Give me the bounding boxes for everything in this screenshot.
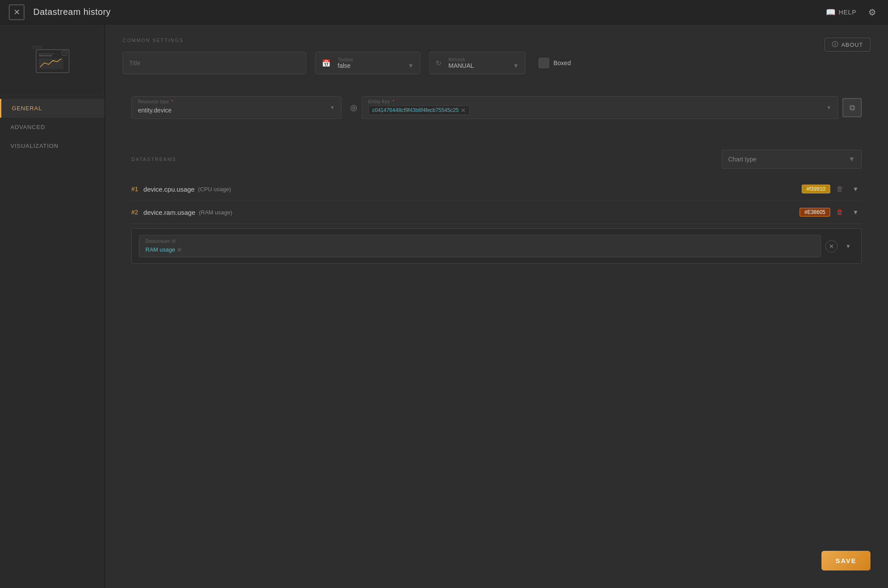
- entity-key-group: ◎ Entity Key * c041476448cf9f43b6f4fecb7…: [350, 96, 862, 119]
- resource-row: Resource type * entity.device ▼ ◎ Entity…: [123, 88, 870, 128]
- help-label: HELP: [839, 9, 856, 16]
- svg-text:⏱: ⏱: [63, 52, 66, 55]
- datastream-tag-close[interactable]: ✕: [177, 246, 182, 253]
- close-icon: ✕: [14, 7, 20, 17]
- color-badge-1[interactable]: #f39910: [802, 185, 830, 193]
- datastream-tag: RAM usage ✕: [145, 246, 182, 253]
- common-settings-label: COMMON SETTINGS: [123, 38, 870, 43]
- datastream-alias-1: (CPU usage): [198, 186, 231, 192]
- toolbar-field[interactable]: 📅 Toolbar false ▼: [315, 52, 420, 74]
- gear-icon: ⚙: [868, 7, 876, 18]
- svg-rect-4: [39, 55, 52, 56]
- resource-type-label: Resource type *: [138, 99, 173, 104]
- clear-icon: ✕: [829, 243, 834, 250]
- datastream-id-field[interactable]: Datastream Id RAM usage ✕: [139, 235, 821, 257]
- save-button[interactable]: SAVE: [821, 551, 870, 570]
- header-right: 📖 HELP ⚙: [826, 5, 879, 19]
- refresh-field[interactable]: ↻ Refresh MANUAL ▼: [429, 52, 525, 74]
- datastream-actions-1: #f39910 🗑 ▼: [802, 183, 862, 195]
- subform-clear-button[interactable]: ✕: [825, 240, 838, 252]
- toolbar-label: Toolbar: [338, 57, 414, 62]
- refresh-label: Refresh: [448, 57, 519, 62]
- preview-svg: ⏱: [33, 44, 72, 75]
- datastream-alias-2: (RAM usage): [199, 209, 233, 216]
- datastreams-label: DATASTREAMS: [131, 157, 176, 162]
- delete-button-2[interactable]: 🗑: [834, 206, 846, 218]
- refresh-arrow: ▼: [513, 62, 519, 69]
- about-button[interactable]: ⓘ ABOUT: [825, 38, 870, 52]
- entity-tag-close[interactable]: ✕: [461, 107, 466, 114]
- sidebar-item-visualization[interactable]: VISUALIZATION: [0, 136, 105, 155]
- main-layout: ⏱ GENERAL ADVANCED VISUALIZATION ⓘ ABOUT…: [0, 24, 888, 588]
- boxed-label: Boxed: [553, 60, 571, 66]
- sidebar-item-advanced[interactable]: ADVANCED: [0, 118, 105, 136]
- close-button[interactable]: ✕: [9, 4, 25, 20]
- header: ✕ Datastream history 📖 HELP ⚙: [0, 0, 888, 24]
- required-indicator: *: [392, 99, 394, 104]
- expand-button-1[interactable]: ▼: [849, 183, 862, 195]
- boxed-field: Boxed: [539, 58, 571, 68]
- chevron-down-icon: ▼: [853, 209, 859, 216]
- datastreams-header: DATASTREAMS Chart type ▼: [131, 150, 862, 169]
- resource-arrow: ▼: [330, 105, 335, 111]
- datastream-actions-2: #E38605 🗑 ▼: [800, 206, 862, 218]
- chevron-down-icon: ▼: [853, 186, 859, 192]
- info-icon: ⓘ: [832, 41, 839, 49]
- datastreams-section: DATASTREAMS Chart type ▼ #1 device.cpu.u…: [123, 141, 870, 273]
- sidebar-item-label: GENERAL: [12, 105, 42, 112]
- entity-key-label: Entity Key *: [368, 99, 395, 104]
- datastream-name-2: device.ram.usage: [144, 209, 195, 216]
- toolbar-value: false: [338, 62, 351, 69]
- datastream-index-1: #1: [131, 186, 138, 192]
- toolbar-icon: 📅: [322, 59, 331, 67]
- delete-button-1[interactable]: 🗑: [834, 183, 846, 195]
- datastream-id-label: Datastream Id: [145, 239, 814, 244]
- datastream-index-2: #2: [131, 209, 138, 216]
- chart-type-label: Chart type: [728, 156, 757, 163]
- entity-arrow: ▼: [826, 105, 832, 111]
- trash-icon: 🗑: [836, 185, 843, 193]
- datastream-row: #2 device.ram.usage (RAM usage) #E38605 …: [131, 201, 862, 224]
- refresh-icon: ↻: [436, 59, 441, 67]
- help-button[interactable]: 📖 HELP: [826, 7, 856, 17]
- color-badge-2[interactable]: #E38605: [800, 208, 830, 217]
- entity-tag: c041476448cf9f43b6f4fecb75545c25 ✕: [368, 105, 470, 115]
- entity-tag-value: c041476448cf9f43b6f4fecb75545c25: [372, 107, 459, 113]
- help-icon: 📖: [826, 7, 836, 17]
- datastream-row: #1 device.cpu.usage (CPU usage) #f39910 …: [131, 178, 862, 201]
- resource-type-field[interactable]: Resource type * entity.device ▼: [131, 96, 342, 119]
- trash-icon: 🗑: [836, 208, 843, 216]
- chart-type-select[interactable]: Chart type ▼: [722, 150, 862, 169]
- copy-button[interactable]: ⧉: [842, 98, 862, 117]
- required-indicator: *: [171, 99, 173, 104]
- copy-icon: ⧉: [849, 103, 855, 112]
- widget-preview: ⏱: [0, 24, 105, 94]
- page-title: Datastream history: [33, 7, 111, 17]
- title-field[interactable]: [123, 52, 307, 74]
- common-settings-row: 📅 Toolbar false ▼ ↻ Refresh MANUAL ▼: [123, 52, 870, 74]
- expand-button-2[interactable]: ▼: [849, 206, 862, 218]
- settings-icon[interactable]: ⚙: [865, 5, 879, 19]
- sidebar: ⏱ GENERAL ADVANCED VISUALIZATION: [0, 24, 105, 588]
- sidebar-item-label: VISUALIZATION: [11, 143, 59, 149]
- sidebar-item-label: ADVANCED: [11, 124, 45, 130]
- chevron-down-icon: ▼: [846, 243, 851, 249]
- subform-dropdown-arrow[interactable]: ▼: [842, 240, 854, 252]
- save-label: SAVE: [835, 557, 856, 564]
- datastream-subform: Datastream Id RAM usage ✕ ✕ ▼: [131, 228, 862, 264]
- datastream-tag-value: RAM usage: [145, 246, 175, 253]
- sidebar-nav: GENERAL ADVANCED VISUALIZATION: [0, 94, 105, 160]
- target-icon: ◎: [350, 103, 357, 112]
- title-input[interactable]: [129, 60, 300, 66]
- content-area: ⓘ ABOUT COMMON SETTINGS 📅 Toolbar false …: [105, 24, 888, 588]
- datastream-name-1: device.cpu.usage: [144, 186, 195, 193]
- chart-type-arrow: ▼: [848, 155, 855, 163]
- sidebar-item-general[interactable]: GENERAL: [0, 99, 105, 118]
- boxed-checkbox[interactable]: [539, 58, 549, 68]
- about-label: ABOUT: [841, 42, 863, 48]
- refresh-value: MANUAL: [448, 62, 474, 69]
- entity-key-field[interactable]: Entity Key * c041476448cf9f43b6f4fecb755…: [362, 96, 838, 119]
- toolbar-arrow: ▼: [408, 62, 414, 69]
